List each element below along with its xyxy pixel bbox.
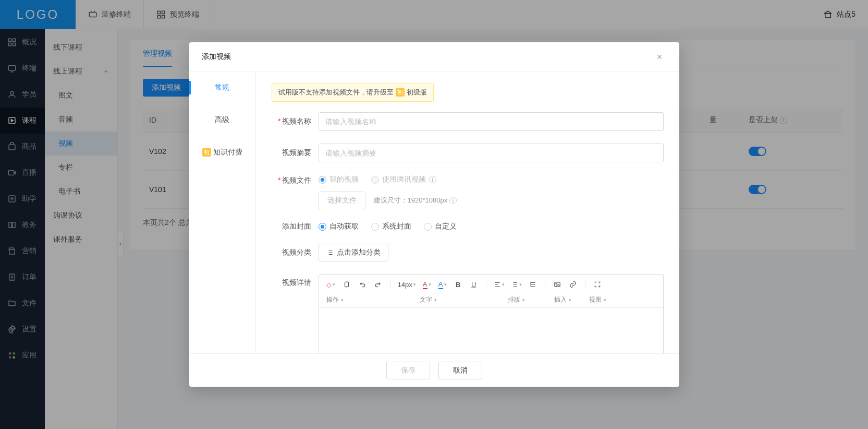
select-file-button[interactable]: 选择文件 [319, 192, 365, 209]
indent-icon[interactable] [526, 278, 540, 291]
radio-tencent-video[interactable]: 使用腾讯视频i [371, 175, 436, 184]
editor-content[interactable] [319, 308, 663, 353]
modal-side-tabs: 常规 高级 初 知识付费 [189, 72, 256, 353]
radio-my-video[interactable]: 我的视频 [319, 175, 359, 184]
undo-icon[interactable] [356, 278, 369, 291]
svg-point-23 [556, 283, 557, 284]
image-icon[interactable] [551, 278, 564, 291]
info-icon: i [449, 197, 457, 204]
close-button[interactable] [652, 50, 667, 64]
editor-group-layout: 排版▾ [506, 295, 527, 304]
modal-tab-advanced[interactable]: 高级 [189, 104, 255, 136]
font-size-select[interactable]: 14px▾ [396, 278, 418, 291]
label-detail: 视频详情 [282, 278, 311, 287]
video-name-input[interactable] [319, 112, 664, 131]
add-category-button[interactable]: 点击添加分类 [319, 244, 388, 261]
rich-text-editor: ◇▾ 14px▾ A▾ A▾ B U [319, 274, 664, 353]
size-hint: 建议尺寸：1920*1080pxi [374, 196, 457, 205]
modal-tab-knowledge[interactable]: 初 知识付费 [189, 136, 255, 169]
bold-icon[interactable]: B [451, 278, 465, 291]
save-button[interactable]: 保存 [386, 362, 430, 379]
video-summary-input[interactable] [319, 144, 664, 162]
editor-group-text: 文字▾ [418, 295, 439, 304]
chu-badge: 初 [202, 148, 211, 156]
eraser-icon[interactable]: ◇▾ [324, 278, 338, 291]
cancel-button[interactable]: 取消 [438, 362, 482, 379]
upgrade-alert: 试用版不支持添加视频文件，请升级至 初 初级版 [272, 83, 434, 102]
modal-tab-general[interactable]: 常规 [189, 72, 255, 104]
editor-group-view: 视图▾ [587, 295, 608, 304]
svg-rect-21 [345, 282, 348, 287]
close-icon [656, 53, 663, 61]
redo-icon[interactable] [371, 278, 385, 291]
label-category: 视频分类 [282, 248, 311, 256]
add-video-modal: 添加视频 常规 高级 初 知识付费 试用版不支持添加视频文件，请升级至 初 初级… [189, 42, 679, 387]
label-cover: 添加封面 [282, 222, 311, 230]
info-icon: i [429, 176, 436, 183]
list-format-icon[interactable]: ▾ [509, 278, 524, 291]
link-icon[interactable] [566, 278, 580, 291]
label-video-file: 视频文件 [282, 176, 311, 184]
chu-badge: 初 [396, 88, 405, 96]
align-icon[interactable]: ▾ [492, 278, 507, 291]
editor-group-op: 操作▾ [324, 295, 346, 304]
bg-color-icon[interactable]: A▾ [436, 278, 449, 291]
radio-cover-system[interactable]: 系统封面 [371, 222, 411, 231]
paste-icon[interactable] [340, 278, 353, 291]
underline-icon[interactable]: U [467, 278, 481, 291]
label-video-summary: 视频摘要 [282, 148, 311, 157]
label-video-name: 视频名称 [282, 117, 311, 125]
modal-title: 添加视频 [202, 52, 231, 62]
font-color-icon[interactable]: A▾ [420, 278, 434, 291]
list-icon [326, 249, 334, 256]
radio-cover-auto[interactable]: 自动获取 [319, 222, 359, 231]
fullscreen-icon[interactable] [591, 278, 604, 291]
svg-rect-22 [554, 282, 560, 287]
editor-group-insert: 插入▾ [552, 295, 573, 304]
radio-cover-custom[interactable]: 自定义 [424, 222, 457, 231]
